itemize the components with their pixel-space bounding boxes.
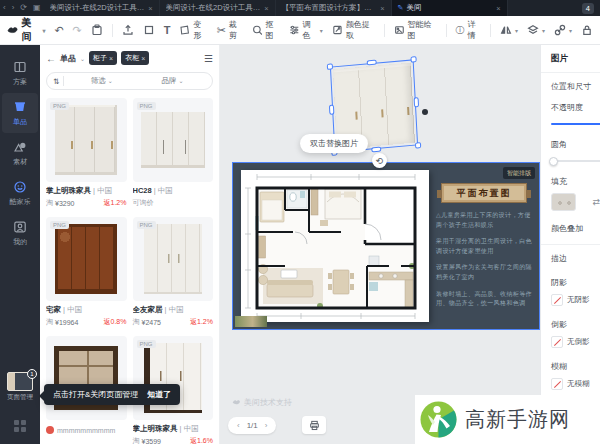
detail-button[interactable]: ⓘ 详情 [455, 19, 481, 41]
got-it-button[interactable]: 知道了 [147, 389, 171, 400]
print-button[interactable] [302, 416, 326, 434]
sidebar-item-plans[interactable]: 方案 [2, 53, 38, 93]
undo-button[interactable]: ↶ [54, 25, 63, 36]
smart-draw-button[interactable]: 智能绘图 [394, 19, 437, 41]
opacity-slider[interactable] [551, 123, 600, 125]
browser-tabbar: ‹ › ⟳ ▣ 美间设计-在线2D设计工具_海量... × 美间设计-在线2D设… [0, 0, 600, 16]
resize-handle[interactable] [415, 142, 421, 149]
tab-close-icon[interactable]: × [496, 4, 500, 13]
rebate-badge: 返1.2% [104, 198, 127, 208]
rotate-handle[interactable]: ⟲ [372, 153, 387, 168]
tab-close-icon[interactable]: × [264, 4, 268, 13]
browser-tab-3[interactable]: 【平面布置图设计方案】在线设... × [276, 0, 392, 16]
crop-button[interactable]: ✂ 裁剪 [217, 19, 243, 41]
kujiale-icon [13, 180, 27, 194]
color-overlay-label[interactable]: 颜色叠加 [551, 223, 600, 234]
grid-view-button[interactable] [0, 420, 40, 432]
drag-dot-handle[interactable] [422, 109, 428, 115]
chip-close-icon[interactable]: × [109, 55, 113, 62]
smart-draw-label: 智能绘图 [407, 19, 436, 41]
brand-menu[interactable]: 美间 ▾ [7, 16, 45, 44]
brand-dropdown[interactable]: 品牌 ⌄ [139, 76, 206, 86]
layers-button[interactable]: ▾ [527, 24, 545, 36]
product-card[interactable]: PNG 掌上明珠家具 | 中国 淘¥3290返1.2% [46, 98, 127, 208]
tab-title: 美间设计-在线2D设计工具_海量... [50, 3, 146, 13]
menu-icon[interactable]: ☰ [204, 53, 213, 64]
color-adjust-button[interactable]: 调色 ▾ [289, 19, 323, 41]
rebate-badge: 返1.2% [190, 317, 213, 327]
transform-label: 变形 [193, 19, 207, 41]
chip-close-icon[interactable]: × [141, 55, 145, 62]
blur-label: 模糊 [551, 361, 600, 372]
upload-button[interactable] [122, 24, 134, 36]
tab-close-icon[interactable]: × [148, 4, 152, 13]
tab-title: 美间设计-在线2D设计工具_海量... [166, 3, 262, 13]
product-card[interactable]: PNG HC28 | 中国 可询价 [133, 98, 214, 208]
design-canvas[interactable]: 双击替换图片 ⟲ 智能排版 [220, 45, 540, 444]
browser-tab-2[interactable]: 美间设计-在线2D设计工具_海量... × [160, 0, 276, 16]
transform-button[interactable]: 变形 [179, 19, 207, 41]
back-icon[interactable]: ← [46, 53, 56, 64]
flip-button[interactable]: ▾ [500, 24, 518, 36]
chevron-down-icon: ▾ [42, 27, 45, 34]
fill-label: 填充 [551, 176, 600, 187]
resize-handle[interactable] [327, 63, 333, 70]
next-page-button[interactable]: › [265, 421, 268, 430]
fill-swatch[interactable] [551, 193, 576, 211]
tooltip-text: 点击打开&关闭页面管理 [53, 389, 138, 400]
color-pick-button[interactable]: 颜色提取 [332, 19, 375, 41]
taobao-icon: 淘 [133, 317, 140, 327]
blur-none-button[interactable]: 无模糊 [551, 378, 600, 390]
swap-fill-icon[interactable]: ⇄ [592, 197, 600, 207]
browser-refresh-icon[interactable]: ⟳ [20, 0, 27, 16]
sort-button[interactable]: ⇅ [53, 77, 59, 86]
browser-forward-icon[interactable]: › [12, 0, 15, 16]
profile-icon [13, 220, 27, 234]
rebate-badge: 返0.8% [104, 317, 127, 327]
sidebar-item-products[interactable]: 单品 [2, 93, 38, 133]
browser-tab-active[interactable]: ✎ 美间 × [392, 0, 508, 16]
page-manager-thumbnail[interactable]: 1 [7, 372, 33, 391]
shadow-none-button[interactable]: 无阴影 [551, 294, 600, 306]
slider-knob[interactable] [549, 157, 558, 166]
sidebar-item-kujiale[interactable]: 酷家乐 [2, 173, 38, 213]
text-tool-button[interactable]: T [164, 25, 171, 36]
tab-count-badge[interactable]: 4 [582, 3, 594, 14]
product-card[interactable]: PNG 全友家居 | 中国 淘¥2475返1.2% [133, 217, 214, 327]
slide-paragraph: △儿童房采用上下床的设计，方便两个孩子生活和娱乐 [436, 210, 532, 229]
lock-button[interactable] [581, 24, 593, 36]
layers-icon [527, 24, 539, 36]
stroke-section[interactable]: 描边 [551, 253, 600, 264]
tab-close-icon[interactable]: × [380, 4, 384, 13]
frame-button[interactable] [143, 24, 155, 36]
resize-handle[interactable] [371, 147, 381, 153]
selected-slide-image[interactable]: 智能排版 [232, 162, 540, 330]
sidebar-item-mine[interactable]: 我的 [2, 213, 38, 253]
browser-extension-icon[interactable]: ▣ [33, 0, 41, 16]
reflection-none-button[interactable]: 无倒影 [551, 336, 600, 348]
product-image [55, 224, 117, 294]
clipboard-button[interactable] [91, 24, 103, 36]
resize-handle[interactable] [329, 104, 335, 114]
browser-back-icon[interactable]: ‹ [3, 0, 6, 16]
slide-paragraph: 设置屏风作为玄关与客厅之间的隔档美化了室内 [436, 262, 532, 281]
radius-slider[interactable] [551, 160, 600, 162]
plant-thumbnail [235, 316, 267, 327]
page-manager[interactable]: 1 页面管理 [0, 372, 40, 402]
filter-dropdown[interactable]: 筛选 ⌄ [68, 76, 135, 86]
resize-handle[interactable] [414, 97, 420, 107]
matting-button[interactable]: 抠图 [252, 19, 280, 41]
prev-page-button[interactable]: ‹ [237, 421, 240, 430]
filter-chip-cabinet[interactable]: 柜子 × [89, 51, 117, 65]
resize-handle[interactable] [410, 56, 416, 63]
product-card[interactable]: PNG 宅家 | 中国 淘¥19964返0.8% [46, 217, 127, 327]
redo-button[interactable]: ↷ [73, 25, 82, 36]
inspector-title: 图片 [551, 53, 600, 65]
info-icon: ⓘ [455, 26, 464, 35]
link-button[interactable]: ▾ [554, 24, 572, 36]
filter-chip-wardrobe[interactable]: 衣柜 × [121, 51, 149, 65]
category-dropdown[interactable]: 单品 [60, 53, 76, 64]
position-size-section[interactable]: 位置和尺寸 [551, 81, 600, 92]
sidebar-item-materials[interactable]: 素材 [2, 133, 38, 173]
browser-tab-1[interactable]: 美间设计-在线2D设计工具_海量... × [44, 0, 160, 16]
